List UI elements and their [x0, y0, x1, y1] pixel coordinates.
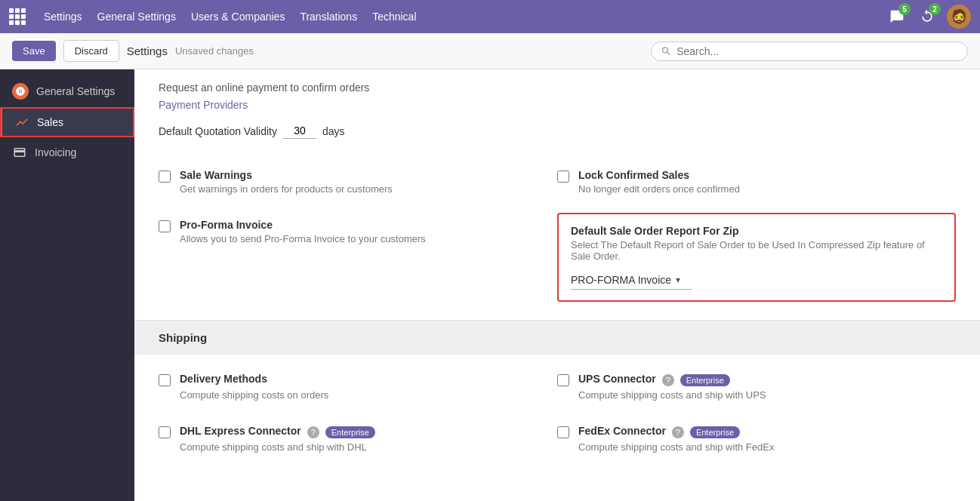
default-sale-order-title: Default Sale Order Report For Zip — [571, 225, 942, 237]
fedex-help-icon[interactable]: ? — [672, 426, 684, 438]
quotation-validity-row: Default Quotation Validity days — [159, 123, 956, 139]
sale-warnings-desc: Get warnings in orders for products or c… — [180, 183, 393, 195]
nav-translations[interactable]: Translations — [300, 11, 357, 23]
fedex-connector-content: FedEx Connector ? Enterprise Compute shi… — [578, 425, 774, 453]
quotation-unit: days — [322, 125, 345, 137]
delivery-methods-content: Delivery Methods Compute shipping costs … — [180, 373, 328, 401]
setting-pro-forma: Pro-Forma Invoice Allows you to send Pro… — [159, 207, 557, 308]
shipping-title: Shipping — [159, 331, 207, 344]
dropdown-arrow-icon: ▾ — [676, 275, 680, 285]
delivery-methods-desc: Compute shipping costs on orders — [180, 389, 328, 401]
ups-enterprise-badge: Enterprise — [680, 374, 730, 386]
fedex-enterprise-badge: Enterprise — [690, 426, 740, 438]
invoicing-icon — [12, 145, 27, 160]
default-sale-order-desc: Select The Default Report of Sale Order … — [571, 239, 942, 262]
toolbar: Save Discard Settings Unsaved changes — [0, 33, 980, 69]
dhl-enterprise-badge: Enterprise — [325, 426, 375, 438]
fedex-connector-checkbox[interactable] — [557, 426, 569, 438]
dropdown-value: PRO-FORMA Invoice — [571, 274, 671, 286]
fedex-connector-desc: Compute shipping costs and ship with Fed… — [578, 441, 774, 453]
content-area: Request an online payment to confirm ord… — [134, 69, 980, 501]
setting-fedex-connector: FedEx Connector ? Enterprise Compute shi… — [557, 413, 956, 465]
search-box[interactable] — [651, 41, 968, 61]
sale-warnings-title: Sale Warnings — [180, 169, 393, 181]
default-sale-order-report-box: Default Sale Order Report For Zip Select… — [557, 213, 956, 302]
delivery-methods-checkbox[interactable] — [159, 374, 171, 386]
apps-grid-icon[interactable] — [9, 8, 26, 25]
nav-general-settings[interactable]: General Settings — [97, 11, 176, 23]
unsaved-indicator: Unsaved changes — [175, 45, 254, 57]
online-payment-section: Request an online payment to confirm ord… — [134, 69, 980, 320]
delivery-methods-title-row: Delivery Methods — [180, 373, 328, 387]
setting-dhl-express: DHL Express Connector ? Enterprise Compu… — [159, 413, 557, 465]
navbar: Settings General Settings Users & Compan… — [0, 0, 980, 33]
settings-grid-row1: Sale Warnings Get warnings in orders for… — [159, 157, 956, 207]
sidebar-item-invoicing[interactable]: Invoicing — [0, 137, 134, 168]
dhl-express-title: DHL Express Connector — [180, 425, 301, 437]
dhl-express-checkbox[interactable] — [159, 426, 171, 438]
search-icon — [661, 45, 672, 57]
pro-forma-title: Pro-Forma Invoice — [180, 219, 426, 231]
quotation-value-input[interactable] — [283, 123, 316, 139]
sidebar-item-general-settings[interactable]: General Settings — [0, 75, 134, 107]
ups-connector-content: UPS Connector ? Enterprise Compute shipp… — [578, 373, 766, 401]
sale-warnings-content: Sale Warnings Get warnings in orders for… — [180, 169, 393, 195]
sale-order-report-dropdown[interactable]: PRO-FORMA Invoice ▾ — [571, 271, 692, 290]
pro-forma-checkbox[interactable] — [159, 220, 171, 232]
quotation-label: Default Quotation Validity — [159, 125, 277, 137]
main-layout: General Settings Sales Invoicing Request… — [0, 69, 980, 501]
messages-badge: 5 — [898, 3, 911, 15]
updates-button[interactable]: 2 — [917, 6, 938, 27]
dhl-express-title-row: DHL Express Connector ? Enterprise — [180, 425, 375, 439]
ups-connector-title: UPS Connector — [578, 373, 656, 385]
setting-ups-connector: UPS Connector ? Enterprise Compute shipp… — [557, 361, 956, 413]
lock-confirmed-sales-checkbox[interactable] — [557, 171, 569, 183]
shipping-grid-row1: Delivery Methods Compute shipping costs … — [159, 361, 956, 413]
ups-connector-checkbox[interactable] — [557, 374, 569, 386]
ups-help-icon[interactable]: ? — [662, 374, 674, 386]
discard-button[interactable]: Discard — [63, 40, 119, 62]
navbar-right: 5 2 🧔 — [886, 5, 971, 29]
online-payment-text: Request an online payment to confirm ord… — [159, 81, 956, 94]
dhl-help-icon[interactable]: ? — [307, 426, 319, 438]
page-title: Settings — [127, 45, 168, 57]
messages-button[interactable]: 5 — [886, 6, 908, 27]
pro-forma-content: Pro-Forma Invoice Allows you to send Pro… — [180, 219, 426, 244]
sales-icon — [14, 115, 29, 130]
setting-lock-confirmed-sales: Lock Confirmed Sales No longer edit orde… — [557, 157, 956, 207]
updates-badge: 2 — [929, 3, 941, 15]
nav-users-companies[interactable]: Users & Companies — [191, 11, 285, 23]
delivery-methods-title: Delivery Methods — [180, 373, 267, 385]
setting-delivery-methods: Delivery Methods Compute shipping costs … — [159, 361, 557, 413]
shipping-content: Delivery Methods Compute shipping costs … — [134, 355, 980, 471]
sale-warnings-checkbox[interactable] — [159, 171, 171, 183]
save-button[interactable]: Save — [12, 41, 56, 61]
lock-confirmed-sales-content: Lock Confirmed Sales No longer edit orde… — [578, 169, 740, 195]
fedex-connector-title-row: FedEx Connector ? Enterprise — [578, 425, 774, 439]
lock-confirmed-sales-desc: No longer edit orders once confirmed — [578, 183, 740, 195]
payment-providers-link[interactable]: Payment Providers — [159, 99, 248, 111]
search-input[interactable] — [676, 45, 958, 57]
nav-technical[interactable]: Technical — [372, 11, 416, 23]
general-settings-icon — [12, 83, 29, 100]
fedex-connector-title: FedEx Connector — [578, 425, 666, 437]
ups-connector-desc: Compute shipping costs and ship with UPS — [578, 389, 766, 401]
shipping-section-header: Shipping — [134, 320, 980, 355]
nav-settings[interactable]: Settings — [44, 11, 82, 23]
dhl-express-content: DHL Express Connector ? Enterprise Compu… — [180, 425, 375, 453]
user-avatar[interactable]: 🧔 — [947, 5, 971, 29]
shipping-grid-row2: DHL Express Connector ? Enterprise Compu… — [159, 413, 956, 465]
sidebar-label-general-settings: General Settings — [36, 85, 115, 97]
dhl-express-desc: Compute shipping costs and ship with DHL — [180, 441, 375, 453]
setting-sale-warnings: Sale Warnings Get warnings in orders for… — [159, 157, 557, 207]
sidebar-label-invoicing: Invoicing — [35, 146, 76, 158]
sidebar-label-sales: Sales — [37, 116, 63, 128]
sidebar: General Settings Sales Invoicing — [0, 69, 134, 501]
pro-forma-desc: Allows you to send Pro-Forma Invoice to … — [180, 233, 426, 244]
lock-confirmed-sales-title: Lock Confirmed Sales — [578, 169, 740, 181]
settings-grid-row2: Pro-Forma Invoice Allows you to send Pro… — [159, 207, 956, 308]
ups-connector-title-row: UPS Connector ? Enterprise — [578, 373, 766, 387]
sidebar-item-sales[interactable]: Sales — [0, 107, 134, 137]
